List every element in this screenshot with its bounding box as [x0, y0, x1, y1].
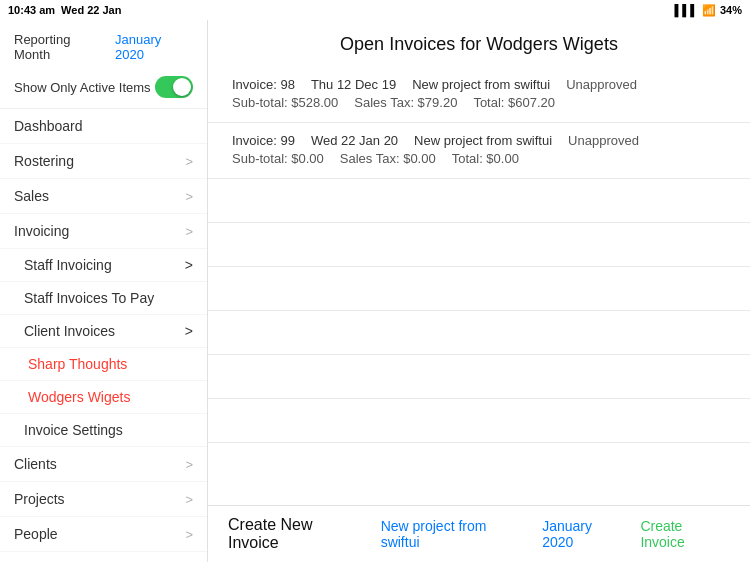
- chevron-right-icon: >: [185, 527, 193, 542]
- chevron-right-icon: >: [185, 323, 193, 339]
- invoice-description: New project from swiftui: [414, 133, 552, 148]
- invoice-row1: Invoice: 99 Wed 22 Jan 20 New project fr…: [232, 133, 726, 148]
- sidebar-item-dashboard[interactable]: Dashboard: [0, 109, 207, 144]
- chevron-right-icon: >: [185, 224, 193, 239]
- sidebar-item-label: Sales: [14, 188, 49, 204]
- chevron-right-icon: >: [185, 154, 193, 169]
- sidebar-item-label: Invoice Settings: [24, 422, 123, 438]
- sidebar-item-staff-invoices-to-pay[interactable]: Staff Invoices To Pay: [0, 282, 207, 315]
- page-title: Open Invoices for Wodgers Wigets: [208, 20, 750, 67]
- sidebar-item-label: People: [14, 526, 58, 542]
- sidebar-item-sales[interactable]: Sales >: [0, 179, 207, 214]
- wifi-icon: 📶: [702, 4, 716, 17]
- empty-row-5: [208, 355, 750, 399]
- show-active-row: Show Only Active Items: [14, 76, 193, 98]
- invoice-number[interactable]: Invoice: 99: [232, 133, 295, 148]
- sidebar-item-label: Client Invoices: [24, 323, 115, 339]
- invoice-block-1: Invoice: 98 Thu 12 Dec 19 New project fr…: [208, 67, 750, 123]
- sidebar-item-wodgers-wigets[interactable]: Wodgers Wigets: [0, 381, 207, 414]
- sidebar-item-invoice-settings[interactable]: Invoice Settings: [0, 414, 207, 447]
- sidebar-item-staff-invoicing[interactable]: Staff Invoicing >: [0, 249, 207, 282]
- status-time: 10:43 am: [8, 4, 55, 16]
- invoice-number[interactable]: Invoice: 98: [232, 77, 295, 92]
- status-icons: ▌▌▌ 📶 34%: [675, 4, 742, 17]
- status-bar: 10:43 am Wed 22 Jan ▌▌▌ 📶 34%: [0, 0, 750, 20]
- invoice-status: Unapproved: [566, 77, 637, 92]
- sidebar-item-people[interactable]: People >: [0, 517, 207, 552]
- invoice-row1: Invoice: 98 Thu 12 Dec 19 New project fr…: [232, 77, 726, 92]
- sidebar-item-client-invoices[interactable]: Client Invoices >: [0, 315, 207, 348]
- reporting-month-value[interactable]: January 2020: [115, 32, 193, 62]
- battery-icon: 34%: [720, 4, 742, 16]
- empty-row-2: [208, 223, 750, 267]
- sidebar-item-clients[interactable]: Clients >: [0, 447, 207, 482]
- empty-row-3: [208, 267, 750, 311]
- month-link[interactable]: January 2020: [542, 518, 626, 550]
- sidebar-item-invoicing[interactable]: Invoicing >: [0, 214, 207, 249]
- sidebar-item-label: Staff Invoicing: [24, 257, 112, 273]
- invoice-sales-tax: Sales Tax: $0.00: [340, 151, 436, 166]
- bottom-bar: Create New Invoice New project from swif…: [208, 505, 750, 562]
- invoice-total: Total: $0.00: [452, 151, 519, 166]
- sidebar-item-sharp-thoughts[interactable]: Sharp Thoughts: [0, 348, 207, 381]
- sidebar-item-rostering[interactable]: Rostering >: [0, 144, 207, 179]
- empty-row-1: [208, 179, 750, 223]
- main-content: Open Invoices for Wodgers Wigets Invoice…: [208, 20, 750, 562]
- chevron-right-icon: >: [185, 257, 193, 273]
- sidebar-item-label: Rostering: [14, 153, 74, 169]
- reporting-month-label: Reporting Month: [14, 32, 109, 62]
- sidebar-item-reports[interactable]: Reports >: [0, 552, 207, 562]
- sidebar-item-label: Dashboard: [14, 118, 83, 134]
- invoice-sales-tax: Sales Tax: $79.20: [354, 95, 457, 110]
- show-active-label: Show Only Active Items: [14, 80, 151, 95]
- show-active-toggle[interactable]: [155, 76, 193, 98]
- chevron-right-icon: >: [185, 492, 193, 507]
- empty-row-4: [208, 311, 750, 355]
- sidebar-item-label: Projects: [14, 491, 65, 507]
- sidebar-item-label: Clients: [14, 456, 57, 472]
- create-invoice-title: Create New Invoice: [228, 516, 367, 552]
- invoice-date: Thu 12 Dec 19: [311, 77, 396, 92]
- invoice-date: Wed 22 Jan 20: [311, 133, 398, 148]
- project-link[interactable]: New project from swiftui: [381, 518, 529, 550]
- create-invoice-link[interactable]: Create Invoice: [640, 518, 730, 550]
- toggle-knob: [173, 78, 191, 96]
- invoice-status: Unapproved: [568, 133, 639, 148]
- status-date: Wed 22 Jan: [61, 4, 121, 16]
- sidebar-item-label: Staff Invoices To Pay: [24, 290, 154, 306]
- chevron-right-icon: >: [185, 457, 193, 472]
- chevron-right-icon: >: [185, 189, 193, 204]
- invoice-row2: Sub-total: $0.00 Sales Tax: $0.00 Total:…: [232, 151, 726, 166]
- sidebar: Reporting Month January 2020 Show Only A…: [0, 20, 208, 562]
- signal-icon: ▌▌▌: [675, 4, 698, 16]
- invoice-row2: Sub-total: $528.00 Sales Tax: $79.20 Tot…: [232, 95, 726, 110]
- sidebar-item-label: Invoicing: [14, 223, 69, 239]
- reporting-month-row: Reporting Month January 2020: [14, 32, 193, 62]
- app-container: Reporting Month January 2020 Show Only A…: [0, 20, 750, 562]
- sidebar-item-label: Wodgers Wigets: [28, 389, 130, 405]
- invoice-total: Total: $607.20: [473, 95, 555, 110]
- sidebar-item-projects[interactable]: Projects >: [0, 482, 207, 517]
- empty-row-6: [208, 399, 750, 443]
- nav-section: Dashboard Rostering > Sales > Invoicing …: [0, 109, 207, 562]
- sidebar-item-label: Sharp Thoughts: [28, 356, 127, 372]
- invoice-subtotal: Sub-total: $0.00: [232, 151, 324, 166]
- invoice-subtotal: Sub-total: $528.00: [232, 95, 338, 110]
- sidebar-top: Reporting Month January 2020 Show Only A…: [0, 20, 207, 109]
- invoice-block-2: Invoice: 99 Wed 22 Jan 20 New project fr…: [208, 123, 750, 179]
- invoice-description: New project from swiftui: [412, 77, 550, 92]
